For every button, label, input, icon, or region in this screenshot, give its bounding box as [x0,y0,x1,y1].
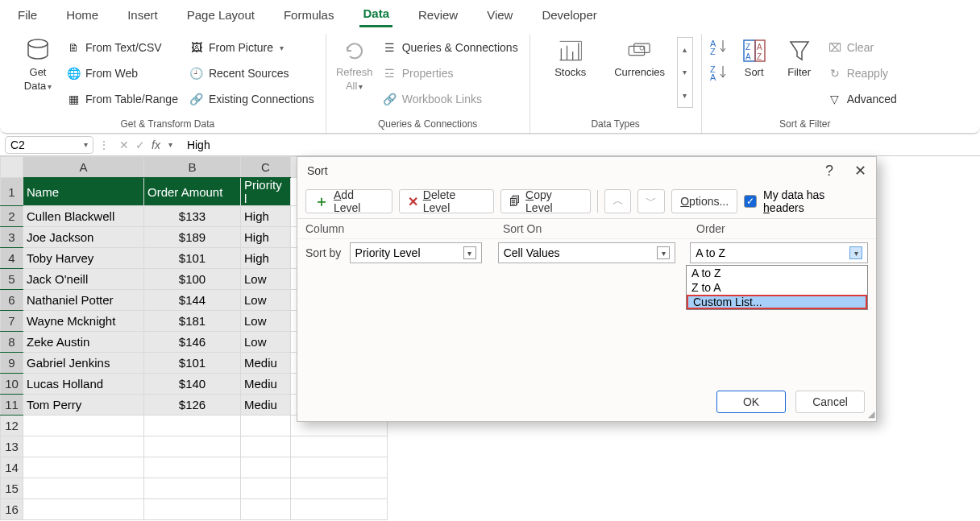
menu-file[interactable]: File [15,3,40,27]
cell-empty[interactable] [23,478,144,499]
cell-amount[interactable]: $101 [144,248,241,269]
cell-priority[interactable]: Mediu [241,395,291,416]
from-text-csv-button[interactable]: 🗎From Text/CSV [63,37,181,58]
sort-on-select[interactable]: Cell Values ▾ [498,242,676,263]
name-box[interactable]: C2 ▾ [5,136,93,154]
move-up-button[interactable]: ︿ [604,189,632,213]
cell-priority[interactable]: High [241,206,291,227]
row-header[interactable]: 7 [1,311,23,332]
enter-icon[interactable]: ✓ [135,139,145,151]
cell-amount[interactable]: $133 [144,206,241,227]
help-button[interactable]: ? [825,163,833,180]
row-header[interactable]: 14 [1,457,23,478]
cell-empty[interactable] [144,436,241,457]
cell-priority[interactable]: High [241,227,291,248]
cell-name[interactable]: Wayne Mcknight [23,311,144,332]
cell-empty[interactable] [241,457,291,478]
row-header[interactable]: 8 [1,332,23,353]
cell-empty[interactable] [291,499,388,520]
cell-empty[interactable] [144,416,241,436]
cancel-icon[interactable]: ✕ [119,139,129,151]
row-header[interactable]: 1 [1,178,23,206]
refresh-all-button[interactable]: Refresh All▾ [334,37,375,92]
menu-developer[interactable]: Developer [538,3,600,27]
cell-name[interactable]: Cullen Blackwell [23,206,144,227]
recent-sources-button[interactable]: 🕘Recent Sources [186,63,318,84]
cell-name[interactable]: Tom Perry [23,395,144,416]
row-header[interactable]: 11 [1,395,23,416]
order-option-ztoa[interactable]: Z to A [687,280,867,295]
cell-b1[interactable]: Order Amount [144,178,241,206]
cell-empty[interactable] [144,457,241,478]
cell-amount[interactable]: $100 [144,269,241,290]
cell-priority[interactable]: Low [241,332,291,353]
cell-name[interactable]: Toby Harvey [23,248,144,269]
cell-amount[interactable]: $146 [144,332,241,353]
cell-amount[interactable]: $144 [144,290,241,311]
row-header[interactable]: 2 [1,206,23,227]
row-header[interactable]: 12 [1,416,23,436]
menu-formulas[interactable]: Formulas [280,3,338,27]
cell-name[interactable]: Joe Jackson [23,227,144,248]
cell-name[interactable]: Lucas Holland [23,374,144,395]
cell-empty[interactable] [291,457,388,478]
order-option-custom[interactable]: Custom List... [687,295,867,309]
get-data-button[interactable]: Get Data▾ [18,37,58,92]
cell-c1[interactable]: Priority l [241,178,291,206]
sort-button[interactable]: ZAAZ Sort [734,37,774,78]
row-header[interactable]: 4 [1,248,23,269]
existing-connections-button[interactable]: 🔗Existing Connections [186,89,318,110]
headers-checkbox[interactable]: ✓ My data has headers [744,188,868,214]
resize-grip-icon[interactable]: ◢ [868,409,874,420]
cell-empty[interactable] [144,478,241,499]
queries-connections-button[interactable]: ☰Queries & Connections [380,37,521,58]
cell-empty[interactable] [23,499,144,520]
row-header[interactable]: 10 [1,374,23,395]
cell-amount[interactable]: $181 [144,311,241,332]
cell-empty[interactable] [23,416,144,436]
menu-insert[interactable]: Insert [124,3,161,27]
move-down-button[interactable]: ﹀ [637,189,665,213]
cell-priority[interactable]: Low [241,269,291,290]
cell-empty[interactable] [23,436,144,457]
col-header-c[interactable]: C [241,157,291,178]
order-select[interactable]: A to Z ▾ [690,242,868,263]
delete-level-button[interactable]: ✕Delete Level [399,189,494,213]
sort-asc-button[interactable]: AZ [710,37,729,55]
add-level-button[interactable]: ＋Add Level [305,189,392,213]
order-option-atoz[interactable]: A to Z [687,266,867,280]
from-web-button[interactable]: 🌐From Web [63,63,181,84]
options-button[interactable]: Options... [671,189,737,213]
cell-a1[interactable]: Name [23,178,144,206]
properties-button[interactable]: ☲Properties [380,63,521,84]
menu-home[interactable]: Home [63,3,102,27]
sort-column-select[interactable]: Priority Level ▾ [350,242,482,263]
fx-icon[interactable]: fx [152,139,160,151]
currencies-button[interactable]: Currencies [608,37,672,78]
row-header[interactable]: 6 [1,290,23,311]
cell-priority[interactable]: High [241,248,291,269]
close-icon[interactable]: ✕ [854,162,866,180]
copy-level-button[interactable]: 🗐Copy Level [500,189,591,213]
cell-amount[interactable]: $140 [144,374,241,395]
col-header-a[interactable]: A [23,157,144,178]
row-header[interactable]: 15 [1,478,23,499]
col-header-b[interactable]: B [144,157,241,178]
cell-priority[interactable]: Low [241,290,291,311]
cell-empty[interactable] [291,478,388,499]
select-all[interactable] [1,157,23,178]
data-types-nav[interactable]: ▴▾▾ [677,37,693,108]
cell-name[interactable]: Nathaniel Potter [23,290,144,311]
cell-name[interactable]: Zeke Austin [23,332,144,353]
formula-input[interactable]: High [182,139,975,151]
menu-page-layout[interactable]: Page Layout [184,3,258,27]
cell-amount[interactable]: $189 [144,227,241,248]
menu-view[interactable]: View [484,3,516,27]
cell-empty[interactable] [241,478,291,499]
advanced-button[interactable]: ▽Advanced [824,89,900,110]
cell-empty[interactable] [144,499,241,520]
filter-button[interactable]: Filter [779,37,820,78]
cell-name[interactable]: Gabriel Jenkins [23,353,144,374]
row-header[interactable]: 9 [1,353,23,374]
row-header[interactable]: 3 [1,227,23,248]
